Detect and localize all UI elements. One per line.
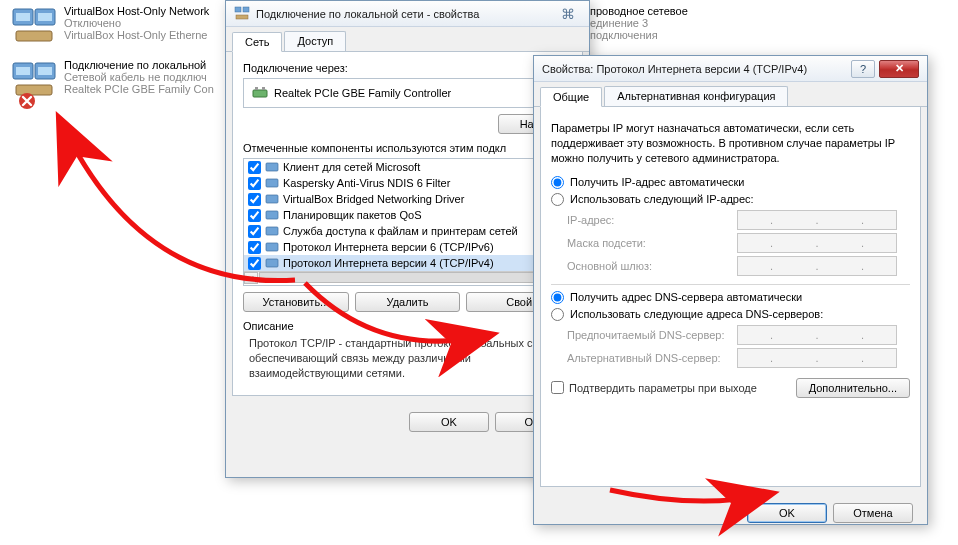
- tab-access[interactable]: Доступ: [284, 31, 346, 51]
- gateway-input: ...: [737, 256, 897, 276]
- description-label: Описание: [243, 320, 572, 332]
- network-device: Realtek PCIe GBE Family Con: [64, 83, 214, 95]
- component-icon: [265, 256, 279, 270]
- svg-rect-20: [266, 211, 278, 219]
- component-label: Служба доступа к файлам и принтерам сете…: [283, 225, 518, 237]
- network-status: единение 3: [590, 17, 688, 29]
- radio-auto-ip[interactable]: Получить IP-адрес автоматически: [551, 176, 910, 189]
- svg-rect-18: [266, 179, 278, 187]
- component-checkbox[interactable]: [248, 257, 261, 270]
- cancel-button[interactable]: Отмена: [833, 503, 913, 523]
- radio-manual-ip[interactable]: Использовать следующий IP-адрес:: [551, 193, 910, 206]
- adapter-box: Realtek PCIe GBE Family Controller: [243, 78, 572, 108]
- component-checkbox[interactable]: [248, 193, 261, 206]
- component-item[interactable]: Клиент для сетей Microsoft: [244, 159, 571, 175]
- component-label: Планировщик пакетов QoS: [283, 209, 422, 221]
- dialog-title: Свойства: Протокол Интернета версии 4 (T…: [542, 63, 807, 75]
- radio-input[interactable]: [551, 291, 564, 304]
- component-item[interactable]: Служба доступа к файлам и принтерам сете…: [244, 223, 571, 239]
- dialog-titlebar[interactable]: Подключение по локальной сети - свойства…: [226, 1, 589, 27]
- dialog-title: Подключение по локальной сети - свойства: [256, 8, 479, 20]
- dns-pref-label: Предпочитаемый DNS-сервер:: [567, 329, 737, 341]
- scroll-thumb[interactable]: [259, 272, 556, 283]
- radio-input[interactable]: [551, 193, 564, 206]
- checkbox-label: Подтвердить параметры при выходе: [569, 382, 757, 394]
- component-icon: [265, 160, 279, 174]
- subnet-input: ...: [737, 233, 897, 253]
- component-icon: [265, 176, 279, 190]
- ip-address-label: IP-адрес:: [567, 214, 737, 226]
- component-icon: [265, 240, 279, 254]
- component-label: Kaspersky Anti-Virus NDIS 6 Filter: [283, 177, 450, 189]
- radio-manual-dns[interactable]: Использовать следующие адреса DNS-сервер…: [551, 308, 910, 321]
- dns-alt-label: Альтернативный DNS-сервер:: [567, 352, 737, 364]
- close-icon: ✕: [895, 62, 904, 75]
- subnet-label: Маска подсети:: [567, 237, 737, 249]
- network-status: Сетевой кабель не подключ: [64, 71, 214, 83]
- svg-rect-3: [16, 13, 30, 21]
- ipv4-properties-dialog: Свойства: Протокол Интернета версии 4 (T…: [533, 55, 928, 525]
- component-label: Протокол Интернета версии 4 (TCP/IPv4): [283, 257, 494, 269]
- svg-rect-14: [253, 90, 267, 97]
- svg-rect-8: [16, 67, 30, 75]
- dns-alt-input: ...: [737, 348, 897, 368]
- tab-alt-config[interactable]: Альтернативная конфигурация: [604, 86, 788, 106]
- component-icon: [265, 192, 279, 206]
- component-list[interactable]: Клиент для сетей Microsoft Kaspersky Ant…: [243, 158, 572, 286]
- component-icon: [265, 208, 279, 222]
- component-checkbox[interactable]: [248, 225, 261, 238]
- component-item[interactable]: Протокол Интернета версии 6 (TCP/IPv6): [244, 239, 571, 255]
- component-icon: [265, 224, 279, 238]
- svg-rect-21: [266, 227, 278, 235]
- adapter-name: Realtek PCIe GBE Family Controller: [274, 87, 451, 99]
- component-checkbox[interactable]: [248, 177, 261, 190]
- tabs: Общие Альтернативная конфигурация: [534, 82, 927, 107]
- svg-rect-23: [266, 259, 278, 267]
- component-item[interactable]: Планировщик пакетов QoS: [244, 207, 571, 223]
- component-checkbox[interactable]: [248, 209, 261, 222]
- svg-rect-15: [255, 87, 258, 90]
- ok-button[interactable]: OK: [747, 503, 827, 523]
- component-item[interactable]: VirtualBox Bridged Networking Driver: [244, 191, 571, 207]
- component-checkbox[interactable]: [248, 241, 261, 254]
- dns-pref-input: ...: [737, 325, 897, 345]
- remove-button[interactable]: Удалить: [355, 292, 461, 312]
- install-button[interactable]: Установить...: [243, 292, 349, 312]
- connect-via-label: Подключение через:: [243, 62, 572, 74]
- svg-rect-12: [243, 7, 249, 12]
- svg-rect-11: [235, 7, 241, 12]
- network-status: Отключено: [64, 17, 209, 29]
- ip-address-input: ...: [737, 210, 897, 230]
- radio-input[interactable]: [551, 308, 564, 321]
- dialog-extra-icon[interactable]: ⌘: [555, 6, 581, 22]
- network-adapter-icon: [10, 5, 58, 45]
- help-button[interactable]: ?: [851, 60, 875, 78]
- components-label: Отмеченные компоненты используются этим …: [243, 142, 572, 154]
- network-item[interactable]: проводное сетевое единение 3 подключения: [590, 5, 688, 41]
- component-item[interactable]: Kaspersky Anti-Virus NDIS 6 Filter: [244, 175, 571, 191]
- component-label: Протокол Интернета версии 6 (TCP/IPv6): [283, 241, 494, 253]
- advanced-button[interactable]: Дополнительно...: [796, 378, 910, 398]
- confirm-checkbox[interactable]: Подтвердить параметры при выходе: [551, 381, 757, 394]
- network-small-icon: [234, 5, 250, 23]
- svg-rect-4: [38, 13, 52, 21]
- description-text: Протокол TCP/IP - стандартный протокол г…: [243, 332, 572, 385]
- network-device: подключения: [590, 29, 688, 41]
- network-name: проводное сетевое: [590, 5, 688, 17]
- tab-general[interactable]: Общие: [540, 87, 602, 107]
- ok-button[interactable]: OK: [409, 412, 489, 432]
- svg-rect-2: [16, 31, 52, 41]
- component-item[interactable]: Протокол Интернета версии 4 (TCP/IPv4): [244, 255, 571, 271]
- horizontal-scrollbar[interactable]: ◄ ►: [244, 271, 571, 283]
- tab-network[interactable]: Сеть: [232, 32, 282, 52]
- scroll-left-icon[interactable]: ◄: [244, 272, 258, 284]
- checkbox-input[interactable]: [551, 381, 564, 394]
- component-checkbox[interactable]: [248, 161, 261, 174]
- adapter-icon: [252, 85, 268, 101]
- close-button[interactable]: ✕: [879, 60, 919, 78]
- dialog-titlebar[interactable]: Свойства: Протокол Интернета версии 4 (T…: [534, 56, 927, 82]
- radio-auto-dns[interactable]: Получить адрес DNS-сервера автоматически: [551, 291, 910, 304]
- info-text: Параметры IP могут назначаться автоматич…: [551, 121, 910, 166]
- radio-input[interactable]: [551, 176, 564, 189]
- component-label: Клиент для сетей Microsoft: [283, 161, 420, 173]
